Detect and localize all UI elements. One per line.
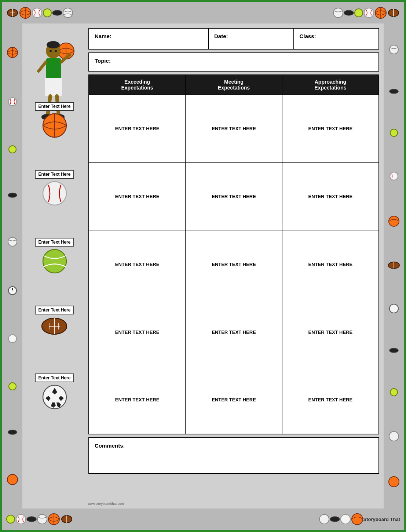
svg-point-72 bbox=[43, 249, 66, 273]
row-label-1: Enter Text Here bbox=[24, 170, 85, 208]
comments-box[interactable]: Comments: bbox=[88, 437, 379, 474]
cell-col3-row4[interactable]: ENTER TEXT HERE bbox=[282, 366, 379, 434]
svg-point-40 bbox=[7, 474, 18, 485]
svg-point-57 bbox=[50, 50, 52, 52]
row-badge-3[interactable]: Enter Text Here bbox=[35, 306, 74, 314]
volleyball-icon-bot bbox=[37, 514, 48, 525]
svg-point-52 bbox=[389, 477, 399, 487]
svg-point-49 bbox=[389, 348, 398, 353]
ball-tennis-2 bbox=[42, 248, 67, 276]
svg-line-60 bbox=[39, 62, 46, 71]
svg-point-33 bbox=[8, 193, 17, 197]
baseball-left bbox=[8, 97, 17, 106]
row-badge-2[interactable]: Enter Text Here bbox=[35, 238, 74, 247]
storyboard-logo: Storyboard That bbox=[363, 517, 400, 522]
svg-point-38 bbox=[9, 383, 16, 390]
row-label-3: Enter Text Here bbox=[24, 306, 85, 338]
rubric-header-row: ExceedingExpectations MeetingExpectation… bbox=[89, 75, 379, 95]
svg-point-43 bbox=[390, 129, 398, 136]
svg-rect-62 bbox=[45, 78, 62, 96]
volleyball-bot-r bbox=[319, 514, 330, 525]
date-field[interactable]: Date: bbox=[209, 29, 294, 49]
basketball-right2 bbox=[388, 476, 400, 488]
cell-col1-row2[interactable]: ENTER TEXT HERE bbox=[89, 230, 186, 298]
comments-label: Comments: bbox=[95, 442, 125, 449]
svg-point-18 bbox=[16, 514, 26, 524]
basketball-right bbox=[388, 215, 400, 227]
cell-col2-row0[interactable]: ENTER TEXT HERE bbox=[186, 95, 282, 163]
tennis-left bbox=[8, 145, 17, 154]
cell-col1-row0[interactable]: ENTER TEXT HERE bbox=[89, 95, 186, 163]
soccer-right bbox=[389, 303, 399, 314]
tennis-left2 bbox=[8, 382, 17, 391]
svg-point-58 bbox=[55, 50, 57, 52]
bottom-border: Storyboard That bbox=[2, 509, 404, 530]
svg-point-34 bbox=[8, 237, 17, 246]
svg-point-39 bbox=[8, 430, 17, 434]
volleyball-left bbox=[7, 237, 18, 247]
svg-point-9 bbox=[333, 8, 343, 18]
hockey-bot-r bbox=[330, 516, 340, 522]
svg-point-37 bbox=[8, 335, 17, 343]
baseball-right bbox=[389, 171, 399, 181]
soccer-left bbox=[8, 286, 17, 295]
svg-point-32 bbox=[9, 146, 16, 153]
top-border bbox=[2, 2, 404, 23]
name-field[interactable]: Name: bbox=[89, 29, 209, 49]
cell-col3-row0[interactable]: ENTER TEXT HERE bbox=[282, 95, 379, 163]
basketball-icon bbox=[19, 7, 32, 19]
svg-point-12 bbox=[364, 8, 374, 18]
football-icon-bot bbox=[60, 513, 73, 526]
cell-col2-row2[interactable]: ENTER TEXT HERE bbox=[186, 230, 282, 298]
svg-point-19 bbox=[27, 517, 36, 522]
cell-col3-row1[interactable]: ENTER TEXT HERE bbox=[282, 163, 379, 230]
page: Storyboard That bbox=[0, 0, 406, 532]
rubric-table: ExceedingExpectations MeetingExpectation… bbox=[88, 74, 379, 434]
basketball-left bbox=[7, 47, 18, 58]
row-badge-0[interactable]: Enter Text Here bbox=[35, 102, 74, 111]
cell-col2-row4[interactable]: ENTER TEXT HERE bbox=[186, 366, 282, 434]
row-label-2: Enter Text Here bbox=[24, 238, 85, 276]
svg-point-50 bbox=[390, 389, 398, 396]
cell-col1-row4[interactable]: ENTER TEXT HERE bbox=[89, 366, 186, 434]
col-meeting: MeetingExpectations bbox=[186, 75, 282, 95]
svg-point-6 bbox=[43, 9, 51, 17]
svg-point-8 bbox=[63, 8, 73, 18]
rubric-row: ENTER TEXT HEREENTER TEXT HEREENTER TEXT… bbox=[89, 298, 379, 366]
baseball-left2 bbox=[8, 334, 17, 343]
basketball-icon-r bbox=[374, 7, 387, 19]
baseball-bot-r bbox=[340, 514, 351, 525]
svg-point-7 bbox=[52, 10, 62, 15]
basketball-left2 bbox=[7, 474, 18, 485]
svg-point-17 bbox=[7, 515, 15, 523]
class-field[interactable]: Class: bbox=[294, 29, 378, 49]
rubric-row: ENTER TEXT HEREENTER TEXT HEREENTER TEXT… bbox=[89, 95, 379, 163]
hockey-right bbox=[389, 89, 399, 94]
hockey-right2 bbox=[389, 348, 399, 353]
row-badge-1[interactable]: Enter Text Here bbox=[35, 170, 74, 179]
volleyball-right2 bbox=[388, 431, 399, 442]
cell-col2-row1[interactable]: ENTER TEXT HERE bbox=[186, 163, 282, 230]
cell-col3-row2[interactable]: ENTER TEXT HERE bbox=[282, 230, 379, 298]
row-badge-4[interactable]: Enter Text Here bbox=[35, 374, 74, 382]
tennis-icon-top bbox=[43, 8, 52, 18]
svg-point-5 bbox=[32, 8, 42, 18]
cell-col1-row1[interactable]: ENTER TEXT HERE bbox=[89, 163, 186, 230]
volleyball-icon-top-r bbox=[333, 7, 344, 18]
basketball-icon-bot bbox=[48, 513, 60, 525]
ball-football-3 bbox=[41, 316, 68, 338]
cell-col1-row3[interactable]: ENTER TEXT HERE bbox=[89, 298, 186, 366]
tennis-right bbox=[389, 128, 398, 137]
topic-field[interactable]: Topic: bbox=[88, 52, 379, 72]
svg-point-44 bbox=[390, 172, 398, 180]
class-label: Class: bbox=[300, 33, 316, 39]
svg-point-27 bbox=[341, 514, 350, 524]
svg-point-11 bbox=[355, 9, 363, 17]
svg-point-31 bbox=[8, 98, 17, 106]
tennis-right2 bbox=[389, 388, 398, 397]
cell-col3-row3[interactable]: ENTER TEXT HERE bbox=[282, 298, 379, 366]
tennis-icon-top-r bbox=[354, 8, 363, 18]
svg-point-20 bbox=[37, 514, 47, 524]
rubric-row: ENTER TEXT HEREENTER TEXT HEREENTER TEXT… bbox=[89, 366, 379, 434]
cell-col2-row3[interactable]: ENTER TEXT HERE bbox=[186, 298, 282, 366]
